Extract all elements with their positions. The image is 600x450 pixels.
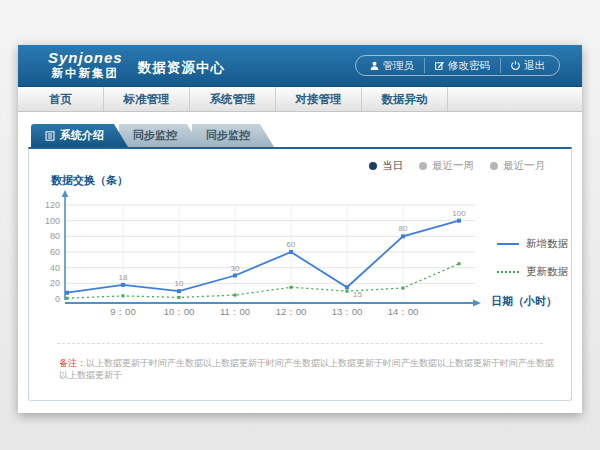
admin-user-button[interactable]: 管理员 — [360, 58, 425, 73]
chart-y-axis-title: 数据交换（条） — [51, 173, 128, 188]
tab-label: 同步监控 — [206, 129, 250, 141]
svg-text:10：00: 10：00 — [164, 306, 195, 317]
svg-text:14：00: 14：00 — [388, 306, 419, 317]
note-prefix: 备注： — [59, 358, 86, 368]
legend-label: 新增数据 — [526, 237, 568, 251]
svg-text:40: 40 — [50, 263, 60, 273]
range-option-last-week[interactable]: 最近一周 — [419, 159, 474, 173]
radio-selected-icon — [369, 162, 377, 170]
brand-logo: Synjones 新中新集团 — [48, 49, 123, 80]
nav-item-system-mgmt[interactable]: 系统管理 — [190, 87, 276, 111]
brand-name: Synjones — [48, 49, 123, 66]
svg-text:120: 120 — [45, 200, 60, 210]
svg-text:20: 20 — [50, 278, 60, 288]
svg-text:80: 80 — [399, 224, 408, 233]
svg-text:0: 0 — [55, 294, 60, 304]
tab-system-intro[interactable]: 系统介绍 — [31, 124, 128, 147]
svg-text:15: 15 — [353, 290, 362, 299]
edit-icon — [435, 61, 444, 70]
change-password-label: 修改密码 — [448, 59, 490, 73]
desktop-background: Synjones 新中新集团 数据资源中心 管理员 修改密码 — [0, 0, 600, 450]
divider — [57, 343, 543, 344]
note-text: 以上数据更新于时间产生数据以上数据更新于时间产生数据以上数据更新于时间产生数据以… — [59, 358, 554, 380]
svg-text:13：00: 13：00 — [332, 306, 363, 317]
range-option-label: 最近一月 — [503, 159, 545, 173]
chart-x-axis-title: 日期（小时） — [491, 294, 557, 309]
svg-text:18: 18 — [119, 273, 128, 282]
app-window: Synjones 新中新集团 数据资源中心 管理员 修改密码 — [18, 45, 582, 413]
radio-unselected-icon — [419, 162, 427, 170]
svg-text:30: 30 — [231, 264, 240, 273]
radio-unselected-icon — [490, 162, 498, 170]
document-icon — [45, 131, 55, 141]
svg-text:60: 60 — [50, 247, 60, 257]
range-option-label: 当日 — [382, 159, 403, 173]
svg-text:100: 100 — [45, 216, 60, 226]
svg-text:10: 10 — [175, 279, 184, 288]
power-icon — [511, 61, 520, 70]
main-nav: 首页 标准管理 系统管理 对接管理 数据异动 — [18, 87, 582, 112]
user-icon — [370, 61, 379, 70]
legend-item-updated-data: 更新数据 — [497, 265, 568, 279]
svg-text:12：00: 12：00 — [276, 306, 307, 317]
chart-svg: 0204060801001209：0010：0011：0012：0013：001… — [39, 187, 489, 322]
nav-item-interface-mgmt[interactable]: 对接管理 — [276, 87, 362, 111]
svg-text:80: 80 — [50, 231, 60, 241]
tab-bar: 系统介绍 同步监控 同步监控 — [31, 124, 274, 147]
tab-sync-monitor-2[interactable]: 同步监控 — [192, 124, 274, 147]
nav-item-standard-mgmt[interactable]: 标准管理 — [104, 87, 190, 111]
brand-name-cn: 新中新集团 — [48, 66, 123, 80]
page-title: 数据资源中心 — [138, 59, 225, 77]
dotted-line-swatch — [497, 271, 519, 273]
legend-label: 更新数据 — [526, 265, 568, 279]
chart-area: 0204060801001209：0010：0011：0012：0013：001… — [39, 187, 489, 322]
svg-text:9：00: 9：00 — [110, 306, 135, 317]
svg-text:11：00: 11：00 — [220, 306, 250, 317]
range-option-today[interactable]: 当日 — [369, 159, 403, 173]
chart-legend: 新增数据 更新数据 — [497, 237, 568, 293]
tab-label: 同步监控 — [133, 129, 177, 141]
change-password-button[interactable]: 修改密码 — [424, 58, 500, 73]
user-actions: 管理员 修改密码 退出 — [355, 55, 561, 76]
svg-text:100: 100 — [452, 209, 466, 218]
range-selector: 当日 最近一周 最近一月 — [369, 159, 545, 173]
logout-button[interactable]: 退出 — [500, 58, 555, 73]
legend-item-new-data: 新增数据 — [497, 237, 568, 251]
range-option-label: 最近一周 — [432, 159, 474, 173]
nav-item-home[interactable]: 首页 — [18, 87, 104, 111]
tab-label: 系统介绍 — [60, 124, 104, 147]
tab-sync-monitor-1[interactable]: 同步监控 — [119, 124, 201, 147]
nav-item-data-change[interactable]: 数据异动 — [362, 87, 448, 111]
logout-label: 退出 — [524, 59, 545, 73]
solid-line-swatch — [497, 243, 519, 245]
app-header: Synjones 新中新集团 数据资源中心 管理员 修改密码 — [18, 45, 582, 87]
svg-text:60: 60 — [287, 240, 296, 249]
admin-user-label: 管理员 — [383, 59, 415, 73]
content-panel: 当日 最近一周 最近一月 数据交换（条） 0204060801001209：00… — [28, 147, 572, 401]
range-option-last-month[interactable]: 最近一月 — [490, 159, 545, 173]
footer-note: 备注：以上数据更新于时间产生数据以上数据更新于时间产生数据以上数据更新于时间产生… — [59, 357, 559, 381]
